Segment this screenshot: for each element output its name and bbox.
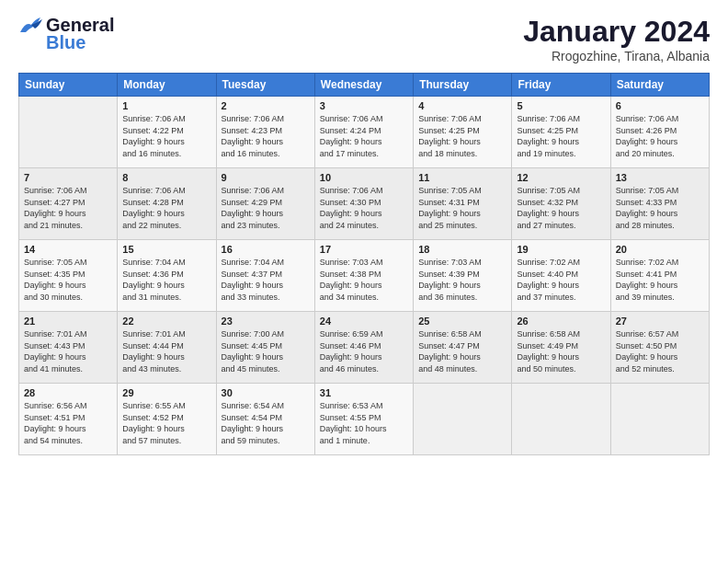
- calendar-cell-w1-d4: 4Sunrise: 7:06 AM Sunset: 4:25 PM Daylig…: [414, 97, 512, 168]
- cell-sun-info: Sunrise: 7:02 AM Sunset: 4:40 PM Dayligh…: [517, 257, 605, 303]
- location-subtitle: Rrogozhine, Tirana, Albania: [523, 49, 710, 63]
- day-number: 11: [418, 172, 506, 183]
- calendar-cell-w3-d5: 19Sunrise: 7:02 AM Sunset: 4:40 PM Dayli…: [512, 240, 610, 312]
- calendar-cell-w5-d6: [610, 384, 709, 455]
- header-wednesday: Wednesday: [314, 74, 413, 97]
- calendar-cell-w4-d4: 25Sunrise: 6:58 AM Sunset: 4:47 PM Dayli…: [414, 312, 512, 384]
- day-number: 26: [517, 316, 605, 327]
- day-number: 23: [222, 316, 310, 327]
- header-sunday: Sunday: [19, 74, 118, 97]
- calendar-cell-w5-d0: 28Sunrise: 6:56 AM Sunset: 4:51 PM Dayli…: [19, 384, 118, 455]
- calendar-cell-w1-d5: 5Sunrise: 7:06 AM Sunset: 4:25 PM Daylig…: [512, 97, 610, 168]
- cell-sun-info: Sunrise: 7:06 AM Sunset: 4:22 PM Dayligh…: [122, 113, 210, 159]
- page: General Blue January 2024 Rrogozhine, Ti…: [0, 0, 728, 563]
- day-number: 30: [222, 387, 310, 398]
- day-number: 10: [320, 172, 408, 183]
- cell-sun-info: Sunrise: 6:56 AM Sunset: 4:51 PM Dayligh…: [24, 400, 112, 446]
- calendar-cell-w5-d1: 29Sunrise: 6:55 AM Sunset: 4:52 PM Dayli…: [118, 384, 216, 455]
- header-friday: Friday: [512, 74, 610, 97]
- day-number: 17: [320, 244, 408, 255]
- calendar-cell-w2-d4: 11Sunrise: 7:05 AM Sunset: 4:31 PM Dayli…: [414, 168, 512, 240]
- calendar-week-4: 21Sunrise: 7:01 AM Sunset: 4:43 PM Dayli…: [19, 312, 710, 384]
- header-monday: Monday: [118, 74, 216, 97]
- logo-blue: Blue: [46, 32, 85, 53]
- day-number: 7: [24, 172, 112, 183]
- cell-sun-info: Sunrise: 7:05 AM Sunset: 4:33 PM Dayligh…: [616, 185, 704, 231]
- calendar-cell-w3-d6: 20Sunrise: 7:02 AM Sunset: 4:41 PM Dayli…: [610, 240, 709, 312]
- calendar-cell-w5-d2: 30Sunrise: 6:54 AM Sunset: 4:54 PM Dayli…: [216, 384, 314, 455]
- header-thursday: Thursday: [414, 74, 512, 97]
- calendar-cell-w1-d6: 6Sunrise: 7:06 AM Sunset: 4:26 PM Daylig…: [610, 97, 709, 168]
- day-number: 18: [418, 244, 506, 255]
- cell-sun-info: Sunrise: 7:06 AM Sunset: 4:25 PM Dayligh…: [517, 113, 605, 159]
- cell-sun-info: Sunrise: 6:58 AM Sunset: 4:47 PM Dayligh…: [418, 328, 506, 374]
- calendar-cell-w4-d0: 21Sunrise: 7:01 AM Sunset: 4:43 PM Dayli…: [19, 312, 118, 384]
- cell-sun-info: Sunrise: 7:06 AM Sunset: 4:25 PM Dayligh…: [418, 113, 506, 159]
- calendar-cell-w2-d2: 9Sunrise: 7:06 AM Sunset: 4:29 PM Daylig…: [216, 168, 314, 240]
- day-number: 4: [418, 100, 506, 111]
- cell-sun-info: Sunrise: 7:06 AM Sunset: 4:29 PM Dayligh…: [222, 185, 310, 231]
- cell-sun-info: Sunrise: 7:00 AM Sunset: 4:45 PM Dayligh…: [222, 328, 310, 374]
- cell-sun-info: Sunrise: 7:06 AM Sunset: 4:26 PM Dayligh…: [616, 113, 704, 159]
- day-number: 27: [616, 316, 704, 327]
- day-number: 5: [517, 100, 605, 111]
- day-number: 25: [418, 316, 506, 327]
- cell-sun-info: Sunrise: 7:01 AM Sunset: 4:43 PM Dayligh…: [24, 328, 112, 374]
- cell-sun-info: Sunrise: 7:05 AM Sunset: 4:32 PM Dayligh…: [517, 185, 605, 231]
- cell-sun-info: Sunrise: 6:57 AM Sunset: 4:50 PM Dayligh…: [616, 328, 704, 374]
- cell-sun-info: Sunrise: 6:53 AM Sunset: 4:55 PM Dayligh…: [320, 400, 408, 446]
- day-number: 21: [24, 316, 112, 327]
- calendar-cell-w1-d2: 2Sunrise: 7:06 AM Sunset: 4:23 PM Daylig…: [216, 97, 314, 168]
- calendar-cell-w1-d1: 1Sunrise: 7:06 AM Sunset: 4:22 PM Daylig…: [118, 97, 216, 168]
- cell-sun-info: Sunrise: 7:04 AM Sunset: 4:37 PM Dayligh…: [222, 257, 310, 303]
- calendar-cell-w4-d2: 23Sunrise: 7:00 AM Sunset: 4:45 PM Dayli…: [216, 312, 314, 384]
- calendar-header-row: Sunday Monday Tuesday Wednesday Thursday…: [19, 74, 710, 97]
- day-number: 16: [222, 244, 310, 255]
- calendar-cell-w2-d5: 12Sunrise: 7:05 AM Sunset: 4:32 PM Dayli…: [512, 168, 610, 240]
- calendar-cell-w4-d1: 22Sunrise: 7:01 AM Sunset: 4:44 PM Dayli…: [118, 312, 216, 384]
- logo: General Blue: [18, 15, 114, 53]
- cell-sun-info: Sunrise: 6:58 AM Sunset: 4:49 PM Dayligh…: [517, 328, 605, 374]
- calendar-table: Sunday Monday Tuesday Wednesday Thursday…: [18, 73, 710, 455]
- calendar-cell-w2-d0: 7Sunrise: 7:06 AM Sunset: 4:27 PM Daylig…: [19, 168, 118, 240]
- header-tuesday: Tuesday: [216, 74, 314, 97]
- day-number: 6: [616, 100, 704, 111]
- calendar-week-2: 7Sunrise: 7:06 AM Sunset: 4:27 PM Daylig…: [19, 168, 710, 240]
- logo-icon: [18, 16, 44, 36]
- day-number: 8: [122, 172, 210, 183]
- day-number: 9: [222, 172, 310, 183]
- calendar-cell-w1-d3: 3Sunrise: 7:06 AM Sunset: 4:24 PM Daylig…: [314, 97, 413, 168]
- calendar-week-5: 28Sunrise: 6:56 AM Sunset: 4:51 PM Dayli…: [19, 384, 710, 455]
- title-section: January 2024 Rrogozhine, Tirana, Albania: [523, 15, 710, 63]
- month-title: January 2024: [523, 15, 710, 49]
- cell-sun-info: Sunrise: 7:05 AM Sunset: 4:35 PM Dayligh…: [24, 257, 112, 303]
- day-number: 1: [122, 100, 210, 111]
- day-number: 22: [122, 316, 210, 327]
- day-number: 24: [320, 316, 408, 327]
- day-number: 20: [616, 244, 704, 255]
- header-saturday: Saturday: [610, 74, 709, 97]
- day-number: 31: [320, 387, 408, 398]
- day-number: 19: [517, 244, 605, 255]
- calendar-cell-w4-d5: 26Sunrise: 6:58 AM Sunset: 4:49 PM Dayli…: [512, 312, 610, 384]
- cell-sun-info: Sunrise: 7:06 AM Sunset: 4:24 PM Dayligh…: [320, 113, 408, 159]
- cell-sun-info: Sunrise: 7:05 AM Sunset: 4:31 PM Dayligh…: [418, 185, 506, 231]
- calendar-cell-w4-d3: 24Sunrise: 6:59 AM Sunset: 4:46 PM Dayli…: [314, 312, 413, 384]
- cell-sun-info: Sunrise: 7:06 AM Sunset: 4:27 PM Dayligh…: [24, 185, 112, 231]
- cell-sun-info: Sunrise: 7:04 AM Sunset: 4:36 PM Dayligh…: [122, 257, 210, 303]
- cell-sun-info: Sunrise: 7:01 AM Sunset: 4:44 PM Dayligh…: [122, 328, 210, 374]
- cell-sun-info: Sunrise: 7:06 AM Sunset: 4:30 PM Dayligh…: [320, 185, 408, 231]
- calendar-cell-w2-d1: 8Sunrise: 7:06 AM Sunset: 4:28 PM Daylig…: [118, 168, 216, 240]
- day-number: 3: [320, 100, 408, 111]
- calendar-cell-w3-d2: 16Sunrise: 7:04 AM Sunset: 4:37 PM Dayli…: [216, 240, 314, 312]
- calendar-cell-w5-d4: [414, 384, 512, 455]
- day-number: 29: [122, 387, 210, 398]
- day-number: 15: [122, 244, 210, 255]
- cell-sun-info: Sunrise: 7:06 AM Sunset: 4:28 PM Dayligh…: [122, 185, 210, 231]
- calendar-cell-w3-d1: 15Sunrise: 7:04 AM Sunset: 4:36 PM Dayli…: [118, 240, 216, 312]
- day-number: 12: [517, 172, 605, 183]
- calendar-cell-w1-d0: [19, 97, 118, 168]
- cell-sun-info: Sunrise: 7:02 AM Sunset: 4:41 PM Dayligh…: [616, 257, 704, 303]
- cell-sun-info: Sunrise: 7:06 AM Sunset: 4:23 PM Dayligh…: [222, 113, 310, 159]
- day-number: 28: [24, 387, 112, 398]
